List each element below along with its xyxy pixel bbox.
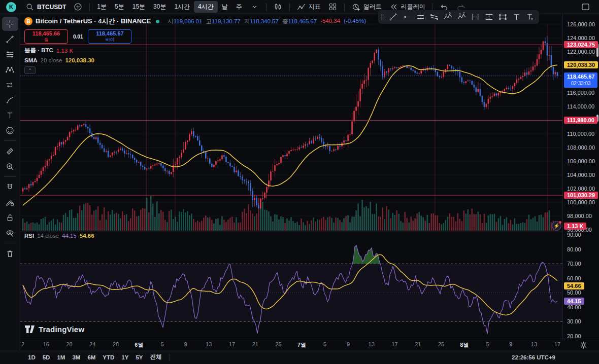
fib-retracement-icon	[5, 50, 15, 59]
time-label: 21	[252, 341, 258, 347]
layout-templates-button[interactable]	[324, 1, 341, 13]
range-1D[interactable]: 1D	[24, 353, 39, 362]
countdown-timer: 02:33:03	[567, 80, 594, 87]
time-axis[interactable]: 2162024286월59131721257월59131721258월59131…	[20, 339, 599, 350]
buy-button[interactable]: 118,465.67 바이	[88, 29, 131, 44]
chart-legend: B Bitcoin / TetherUS · 4시간 · BINANCE 시11…	[24, 17, 366, 74]
price-range-tool[interactable]	[482, 11, 496, 23]
price-badge: 101,030.29	[564, 192, 598, 199]
zoom-in-tool[interactable]	[2, 159, 18, 173]
interval-1시간[interactable]: 1시간	[170, 1, 194, 13]
buy-price: 118,465.67	[96, 31, 123, 37]
brush-icon	[5, 95, 15, 105]
rsi-legend[interactable]: RSI 14 close 44.15 54.66	[24, 233, 94, 239]
time-label: 28	[113, 341, 119, 347]
drag-handle-icon[interactable]	[380, 12, 386, 22]
legend-collapse-button[interactable]: ⌃	[24, 66, 36, 74]
fullscreen-button[interactable]	[577, 1, 594, 13]
time-label: 20	[66, 341, 72, 347]
range-1M[interactable]: 1M	[53, 353, 69, 362]
user-avatar[interactable]: K	[6, 2, 16, 12]
range-5D[interactable]: 5D	[39, 353, 54, 362]
time-label: 7월	[297, 341, 306, 349]
interval-15분[interactable]: 15분	[128, 1, 149, 13]
price-tick: 114,000.00	[567, 103, 594, 110]
parallel-channel-tool[interactable]	[414, 11, 427, 23]
fib-retracement-tool[interactable]	[2, 47, 18, 61]
price-axis[interactable]: 126,000.00124,000.00122,000.00116,000.00…	[562, 14, 599, 339]
hide-drawings-tool[interactable]	[2, 226, 18, 240]
range-5Y[interactable]: 5Y	[132, 353, 146, 362]
xabcd-pattern-icon	[5, 65, 15, 75]
alert-clock-icon	[351, 2, 361, 12]
rectangle-tool[interactable]	[496, 11, 510, 23]
crosshair-tool[interactable]	[2, 17, 18, 31]
time-label: 17	[554, 341, 560, 347]
forecast-tool[interactable]	[2, 78, 18, 92]
time-label: 25	[275, 341, 281, 347]
goto-date-button[interactable]	[174, 356, 181, 359]
price-badge: 118,465.6702:33:03	[564, 72, 597, 88]
interval-4시간[interactable]: 4시간	[194, 1, 218, 13]
date-range-tool[interactable]	[469, 11, 482, 23]
rsi-badge: 54.66	[564, 282, 584, 289]
xabcd-pattern-tool[interactable]	[2, 62, 18, 77]
range-3M[interactable]: 3M	[69, 353, 84, 362]
chart-style-button[interactable]	[270, 1, 286, 13]
range-6M[interactable]: 6M	[84, 353, 99, 362]
range-1Y[interactable]: 1Y	[118, 353, 132, 362]
time-label: 2	[21, 341, 24, 347]
interval-5분[interactable]: 5분	[111, 1, 128, 13]
trend-line-icon	[5, 34, 15, 44]
rsi-tick: 80.00	[567, 246, 581, 252]
sma-legend[interactable]: SMA 20 close 120,038.30	[24, 57, 366, 63]
indicators-label: 지표	[309, 3, 321, 11]
zoom-in-icon	[5, 162, 15, 171]
trend-line-tool[interactable]	[2, 32, 18, 46]
drawing-lock-tool[interactable]	[2, 195, 18, 209]
rsi-params: 14 close	[37, 233, 59, 239]
symbol-title[interactable]: Bitcoin / TetherUS · 4시간 · BINANCE	[36, 17, 151, 26]
price-tick: 106,000.00	[567, 158, 595, 164]
volume-legend[interactable]: 볼륨 · BTC 1.13 K	[24, 47, 366, 54]
indicators-button[interactable]: 지표	[293, 1, 324, 13]
magnet-tool[interactable]	[2, 180, 18, 194]
range-전체[interactable]: 전체	[147, 352, 165, 362]
text-tool[interactable]	[2, 108, 18, 122]
sell-button[interactable]: 118,465.66 셀	[24, 29, 68, 44]
low-value: 118,340.57	[250, 18, 279, 24]
text-tool-tool[interactable]	[510, 11, 523, 23]
lock-all-tool[interactable]	[2, 210, 18, 225]
interval-30분[interactable]: 30분	[149, 1, 170, 13]
price-badge: 1.13 K	[564, 223, 586, 230]
compare-add-button[interactable]	[70, 1, 86, 13]
interval-날[interactable]: 날	[218, 1, 232, 13]
anchored-text-tool[interactable]	[523, 11, 537, 23]
toolbar-divider	[170, 354, 170, 361]
elliott-correction-tool[interactable]: AC	[455, 11, 469, 23]
trend-line-tool[interactable]	[386, 11, 400, 23]
time-label: 9	[347, 341, 350, 347]
bitcoin-logo-icon: B	[24, 17, 32, 25]
range-YTD[interactable]: YTD	[99, 353, 118, 362]
rsi-value: 44.15	[62, 233, 77, 239]
interval-주[interactable]: 주	[232, 1, 246, 13]
brush-tool[interactable]	[2, 93, 18, 107]
clock[interactable]: 22:26:56 UTC+9	[512, 354, 555, 360]
emoji-tool[interactable]	[2, 123, 18, 137]
ruler-tool[interactable]	[2, 144, 18, 158]
tradingview-logo[interactable]: TradingView	[24, 325, 84, 334]
horizontal-ray-tool[interactable]	[400, 11, 414, 23]
time-label: 13	[206, 341, 212, 347]
rsi-tick: 40.00	[567, 304, 581, 310]
market-status-dot	[156, 20, 159, 23]
interval-1분[interactable]: 1분	[93, 1, 111, 13]
quick-trade-chip[interactable]: ⚡	[552, 221, 561, 231]
interval-more-button[interactable]	[246, 1, 263, 13]
chevron-down-icon	[250, 2, 259, 12]
disjoint-channel-tool[interactable]	[427, 11, 441, 23]
time-label: 9	[509, 341, 512, 347]
elliott-impulse-tool[interactable]: 15	[441, 11, 455, 23]
remove-drawings-tool[interactable]	[2, 246, 18, 261]
symbol-search-button[interactable]: BTCUSDT	[21, 1, 70, 13]
